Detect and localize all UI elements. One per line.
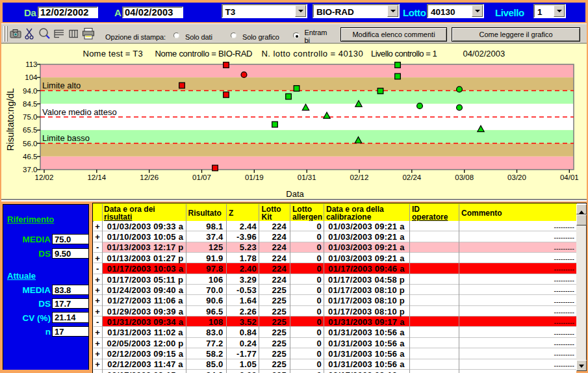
svg-text:N. lotto controllo = 40130: N. lotto controllo = 40130 bbox=[262, 49, 364, 58]
svg-text:12/02: 12/02 bbox=[35, 174, 54, 181]
svg-text:03/08: 03/08 bbox=[455, 174, 474, 181]
svg-text:03/20: 03/20 bbox=[507, 174, 526, 181]
svg-text:104: 104 bbox=[25, 73, 38, 81]
svg-text:84.5: 84.5 bbox=[23, 100, 37, 108]
svg-text:01/07: 01/07 bbox=[192, 174, 211, 181]
svg-text:01/19: 01/19 bbox=[245, 174, 264, 181]
svg-text:Limite alto: Limite alto bbox=[42, 81, 81, 90]
svg-text:75.0: 75.0 bbox=[23, 113, 37, 121]
svg-text:37.0: 37.0 bbox=[23, 166, 37, 174]
svg-text:46.5: 46.5 bbox=[23, 153, 37, 161]
svg-text:Data: Data bbox=[286, 189, 304, 199]
svg-text:01/31: 01/31 bbox=[298, 174, 316, 181]
svg-text:113: 113 bbox=[25, 60, 37, 68]
svg-text:Livello controllo = 1: Livello controllo = 1 bbox=[371, 49, 437, 58]
svg-text:Valore medio atteso: Valore medio atteso bbox=[42, 107, 117, 117]
svg-text:Nome controllo = BIO-RAD: Nome controllo = BIO-RAD bbox=[155, 49, 253, 58]
svg-text:04/02/2003: 04/02/2003 bbox=[463, 49, 505, 58]
svg-text:12/26: 12/26 bbox=[140, 174, 159, 181]
svg-text:Limite basso: Limite basso bbox=[42, 133, 90, 143]
svg-text:02/24: 02/24 bbox=[402, 174, 421, 181]
svg-text:Nome test = T3: Nome test = T3 bbox=[83, 49, 144, 58]
svg-text:04/01: 04/01 bbox=[560, 174, 579, 181]
svg-text:12/14: 12/14 bbox=[87, 174, 106, 181]
svg-text:94.0: 94.0 bbox=[23, 87, 37, 95]
svg-text:65.5: 65.5 bbox=[23, 126, 37, 134]
svg-text:56.0: 56.0 bbox=[23, 140, 37, 148]
svg-text:Risultato:ng/dL: Risultato:ng/dL bbox=[5, 88, 16, 151]
svg-text:02/12: 02/12 bbox=[350, 174, 369, 181]
